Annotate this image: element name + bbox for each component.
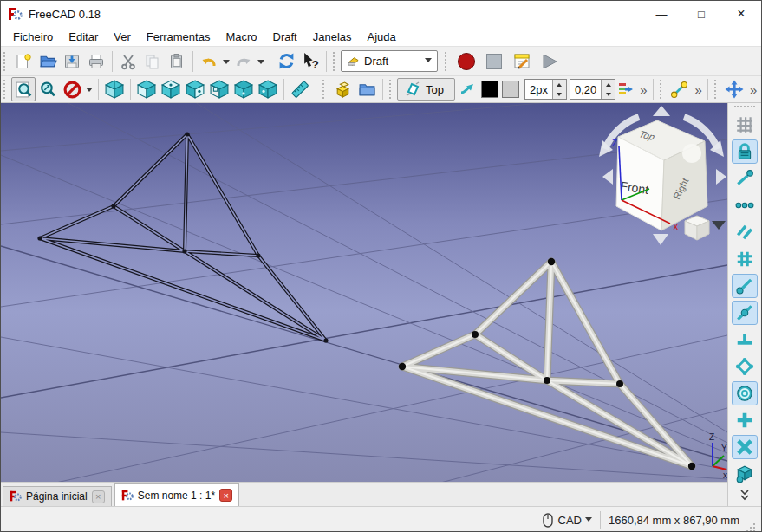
toolbar-drag-handle[interactable]	[3, 52, 8, 71]
snap-special-button[interactable]	[732, 354, 758, 379]
refresh-button[interactable]	[274, 49, 298, 74]
3d-scene[interactable]: Front Top Right Z X	[1, 103, 727, 482]
face-color-swatch[interactable]	[502, 81, 519, 98]
toolbar-drag-handle[interactable]	[734, 106, 755, 108]
line-width-down-button[interactable]	[553, 89, 566, 99]
menu-ver[interactable]: Ver	[106, 29, 139, 45]
snap-ortho-button[interactable]	[732, 408, 758, 432]
draft-tools-overflow-button[interactable]: »	[692, 82, 704, 97]
text-scale-value[interactable]: 0,20	[570, 80, 601, 99]
view-right-button[interactable]	[183, 77, 207, 101]
text-scale-spinbox[interactable]: 0,20	[570, 79, 615, 100]
title-bar[interactable]: FreeCAD 0.18 — □ ×	[1, 1, 761, 27]
redo-dropdown[interactable]	[256, 49, 266, 74]
apply-style-button[interactable]	[615, 77, 636, 101]
snap-intersection-button[interactable]	[732, 435, 758, 459]
view-front-button[interactable]	[134, 77, 159, 101]
menu-ajuda[interactable]: Ajuda	[360, 29, 404, 45]
select-group-button[interactable]	[355, 77, 379, 101]
nav-style-selector[interactable]: CAD	[558, 514, 582, 527]
chevron-down-icon	[223, 60, 230, 68]
draft-move-button[interactable]	[722, 77, 746, 101]
tab-pagina-inicial[interactable]: Página inicial ×	[3, 486, 112, 506]
view-axonometric-button[interactable]	[102, 77, 127, 101]
text-scale-up-button[interactable]	[602, 80, 615, 89]
redo-button[interactable]	[231, 49, 256, 74]
line-color-swatch[interactable]	[481, 81, 498, 98]
snap-perpendicular-button[interactable]	[732, 328, 758, 352]
macro-edit-button[interactable]	[508, 49, 536, 74]
menu-macro[interactable]: Macro	[218, 29, 264, 45]
resize-grip[interactable]	[746, 523, 756, 532]
add-to-group-button[interactable]	[330, 77, 355, 101]
menu-draft[interactable]: Draft	[265, 29, 305, 45]
tray-overflow-button[interactable]: »	[636, 82, 648, 97]
minimize-button[interactable]: —	[642, 1, 681, 27]
view-rear-button[interactable]	[207, 77, 231, 101]
draw-style-dropdown[interactable]	[84, 77, 94, 101]
construction-mode-button[interactable]	[455, 77, 479, 101]
nav-cube-corner[interactable]	[682, 144, 701, 163]
menu-editar[interactable]: Editar	[61, 29, 106, 45]
toolbar-drag-handle[interactable]	[333, 52, 337, 71]
close-button[interactable]: ×	[721, 1, 761, 27]
toggle-grid-button[interactable]	[732, 113, 758, 137]
tab-close-button[interactable]: ×	[219, 489, 232, 502]
toolbar-drag-handle[interactable]	[3, 80, 8, 99]
view-dimensions-label: 1660,84 mm x 867,90 mm	[609, 514, 739, 527]
macro-play-button[interactable]	[536, 49, 563, 74]
line-width-value[interactable]: 2px	[525, 80, 552, 99]
snap-extension-button[interactable]	[732, 301, 758, 325]
view-top-button[interactable]	[159, 77, 183, 101]
text-scale-down-button[interactable]	[602, 89, 615, 99]
toolbar-drag-handle[interactable]	[445, 52, 449, 71]
toolbar-drag-handle[interactable]	[322, 80, 327, 99]
3d-viewport[interactable]: Front Top Right Z X	[1, 103, 727, 482]
snap-midpoint-button[interactable]	[732, 193, 758, 217]
draft-line-button[interactable]	[668, 77, 692, 101]
paste-button[interactable]	[165, 49, 189, 74]
view-left-button[interactable]	[256, 77, 280, 101]
file-toolbar: ? Draft	[1, 46, 761, 75]
snap-near-button[interactable]	[732, 274, 758, 298]
fit-all-button[interactable]	[11, 77, 36, 101]
menu-ficheiro[interactable]: Ficheiro	[5, 29, 61, 45]
print-button[interactable]	[84, 49, 108, 74]
save-icon	[63, 53, 81, 70]
snap-grid-button[interactable]	[732, 247, 758, 271]
snap-working-plane-button[interactable]	[732, 462, 758, 486]
copy-button[interactable]	[140, 49, 165, 74]
measure-distance-button[interactable]	[288, 77, 312, 101]
snap-center-button[interactable]	[732, 381, 758, 405]
open-document-button[interactable]	[36, 49, 60, 74]
macro-record-button[interactable]	[453, 49, 480, 74]
macro-stop-button[interactable]	[480, 49, 508, 74]
tab-sem-nome[interactable]: Sem nome 1 : 1* ×	[114, 483, 239, 506]
toolbar-drag-handle[interactable]	[660, 80, 664, 99]
snap-lock-button[interactable]	[732, 139, 758, 164]
workbench-selector[interactable]: Draft	[341, 50, 438, 72]
undo-dropdown[interactable]	[221, 49, 231, 74]
whats-this-button[interactable]: ?	[298, 49, 322, 74]
menu-janelas[interactable]: Janelas	[305, 29, 360, 45]
toolbar-drag-handle[interactable]	[389, 80, 394, 99]
save-document-button[interactable]	[60, 49, 84, 74]
chevron-down-icon[interactable]	[585, 517, 592, 525]
toolbar-overflow-button[interactable]	[739, 489, 751, 504]
draw-style-button[interactable]	[60, 77, 84, 101]
modify-tools-overflow-button[interactable]: »	[746, 82, 759, 97]
toolbar-drag-handle[interactable]	[714, 80, 719, 99]
zoom-selection-button[interactable]	[36, 77, 60, 101]
maximize-button[interactable]: □	[681, 1, 721, 27]
undo-button[interactable]	[197, 49, 221, 74]
tab-close-button[interactable]: ×	[92, 490, 105, 503]
snap-endpoint-button[interactable]	[732, 166, 758, 191]
menu-ferramentas[interactable]: Ferramentas	[139, 29, 218, 45]
view-bottom-button[interactable]	[231, 77, 256, 101]
line-width-up-button[interactable]	[553, 80, 566, 89]
new-document-button[interactable]	[11, 49, 36, 74]
snap-parallel-button[interactable]	[732, 220, 758, 244]
line-width-spinbox[interactable]: 2px	[524, 79, 567, 100]
working-plane-button[interactable]: Top	[397, 78, 455, 101]
cut-button[interactable]	[116, 49, 140, 74]
